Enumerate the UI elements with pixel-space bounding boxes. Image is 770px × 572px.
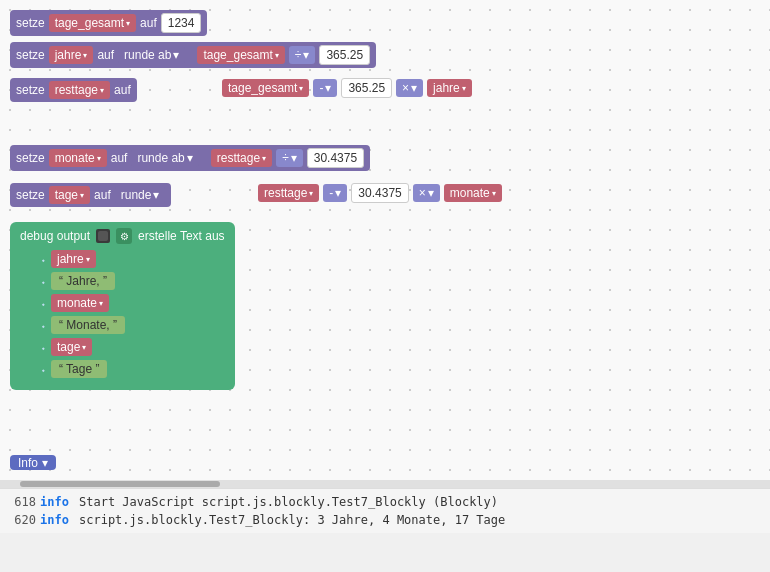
var-jahre-2[interactable]: jahre ▾ <box>427 79 472 97</box>
var-resttage-2[interactable]: resttage ▾ <box>211 149 272 167</box>
debug-checkbox[interactable] <box>96 229 110 243</box>
debug-str-jahre[interactable]: “ Jahre, ” <box>51 272 115 290</box>
label-setze-5: setze <box>16 188 45 202</box>
console-row-618: 618 info Start JavaScript script.js.bloc… <box>6 493 764 511</box>
console-text-618: Start JavaScript script.js.blockly.Test7… <box>79 495 498 509</box>
console-row-620: 620 info script.js.blockly.Test7_Blockly… <box>6 511 764 529</box>
debug-label: debug output <box>20 229 90 243</box>
label-auf-3: auf <box>114 83 131 97</box>
debug-item-jahre-var: ⬩ jahre ▾ <box>40 250 225 268</box>
debug-var-tage[interactable]: tage ▾ <box>51 338 92 356</box>
block-set-tage-gesamt[interactable]: setze tage_gesamt ▾ auf 1234 <box>10 10 207 36</box>
var-tage-gesamt-2[interactable]: tage_gesamt ▾ <box>197 46 284 64</box>
round-5[interactable]: runde ▾ <box>115 186 166 204</box>
op-minus-1[interactable]: - ▾ <box>313 79 337 97</box>
var-tage-gesamt-3[interactable]: tage_gesamt ▾ <box>222 79 309 97</box>
console-level-618: info <box>40 495 75 509</box>
op-div-2[interactable]: ÷ ▾ <box>276 149 303 167</box>
label-auf-5: auf <box>94 188 111 202</box>
op-div-1[interactable]: ÷ ▾ <box>289 46 316 64</box>
label-setze-1: setze <box>16 16 45 30</box>
block-set-jahre[interactable]: setze jahre ▾ auf runde ab ▾ tage_gesamt… <box>10 42 376 68</box>
op-mul-1[interactable]: × ▾ <box>396 79 423 97</box>
block-row3-inner: tage_gesamt ▾ - ▾ 365.25 × ▾ jahre ▾ <box>222 78 472 98</box>
debug-item-monate-str: ⬩ “ Monate, ” <box>40 316 225 334</box>
value-1234[interactable]: 1234 <box>161 13 202 33</box>
var-monate-2[interactable]: monate ▾ <box>444 184 502 202</box>
block-set-monate[interactable]: setze monate ▾ auf runde ab ▾ resttage ▾… <box>10 145 370 171</box>
scrollbar-thumb[interactable] <box>20 481 220 487</box>
label-auf-2: auf <box>97 48 114 62</box>
svg-rect-0 <box>98 231 108 241</box>
block-set-tage[interactable]: setze tage ▾ auf runde ▾ <box>10 183 171 207</box>
var-jahre[interactable]: jahre ▾ <box>49 46 94 64</box>
value-365-1[interactable]: 365.25 <box>319 45 370 65</box>
round-ab-2[interactable]: runde ab ▾ <box>131 149 198 167</box>
console-num-618: 618 <box>6 495 36 509</box>
value-304375-1[interactable]: 30.4375 <box>307 148 364 168</box>
var-monate[interactable]: monate ▾ <box>49 149 107 167</box>
label-setze-2: setze <box>16 48 45 62</box>
label-setze-4: setze <box>16 151 45 165</box>
label-auf-1: auf <box>140 16 157 30</box>
console: 618 info Start JavaScript script.js.bloc… <box>0 488 770 533</box>
op-minus-2[interactable]: - ▾ <box>323 184 347 202</box>
debug-block: debug output ⚙ erstelle Text aus ⬩ jahre… <box>10 222 235 390</box>
var-tage-gesamt-1[interactable]: tage_gesamt ▾ <box>49 14 136 32</box>
info-button[interactable]: Info ▾ <box>10 455 56 470</box>
block-row5-inner: resttage ▾ - ▾ 30.4375 × ▾ monate ▾ <box>258 183 502 203</box>
round-ab-1[interactable]: runde ab ▾ <box>118 46 185 64</box>
console-level-620: info <box>40 513 75 527</box>
block-set-resttage[interactable]: setze resttage ▾ auf <box>10 78 137 102</box>
debug-sublabel: erstelle Text aus <box>138 229 225 243</box>
debug-str-monate[interactable]: “ Monate, ” <box>51 316 125 334</box>
dropdown-arrow-1: ▾ <box>126 19 130 28</box>
debug-items: ⬩ jahre ▾ ⬩ “ Jahre, ” ⬩ monate ▾ ⬩ “ Mo… <box>40 250 225 378</box>
var-resttage-3[interactable]: resttage ▾ <box>258 184 319 202</box>
label-auf-4: auf <box>111 151 128 165</box>
console-num-620: 620 <box>6 513 36 527</box>
info-arrow: ▾ <box>42 456 48 470</box>
op-mul-2[interactable]: × ▾ <box>413 184 440 202</box>
debug-item-jahre-str: ⬩ “ Jahre, ” <box>40 272 225 290</box>
var-tage[interactable]: tage ▾ <box>49 186 90 204</box>
debug-item-tage-str: ⬩ “ Tage ” <box>40 360 225 378</box>
label-setze-3: setze <box>16 83 45 97</box>
console-text-620: script.js.blockly.Test7_Blockly: 3 Jahre… <box>79 513 505 527</box>
debug-item-tage-var: ⬩ tage ▾ <box>40 338 225 356</box>
gear-icon[interactable]: ⚙ <box>116 228 132 244</box>
value-365-2[interactable]: 365.25 <box>341 78 392 98</box>
debug-item-monate-var: ⬩ monate ▾ <box>40 294 225 312</box>
debug-header: debug output ⚙ erstelle Text aus <box>20 228 225 244</box>
debug-str-tage[interactable]: “ Tage ” <box>51 360 107 378</box>
value-304375-2[interactable]: 30.4375 <box>351 183 408 203</box>
var-resttage[interactable]: resttage ▾ <box>49 81 110 99</box>
debug-var-jahre[interactable]: jahre ▾ <box>51 250 96 268</box>
workspace: setze tage_gesamt ▾ auf 1234 setze jahre… <box>0 0 770 480</box>
info-label: Info <box>18 456 38 470</box>
scrollbar-area <box>0 480 770 488</box>
debug-var-monate[interactable]: monate ▾ <box>51 294 109 312</box>
